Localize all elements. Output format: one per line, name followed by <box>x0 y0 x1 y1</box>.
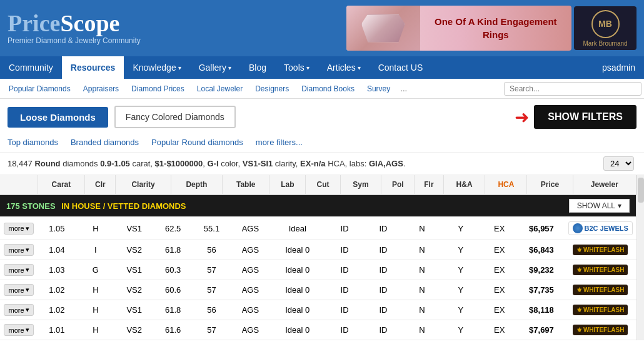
scrollbar[interactable] <box>636 175 644 340</box>
clr-cell: H <box>76 220 115 238</box>
wf-icon: ⚜ <box>576 306 582 313</box>
col-header-sym[interactable]: Sym <box>340 175 381 195</box>
more-cell: more ▾ <box>0 320 38 340</box>
col-header-clarity[interactable]: Clarity <box>116 175 171 195</box>
nav-blog[interactable]: Blog <box>240 56 275 79</box>
col-header-more <box>0 175 38 195</box>
cut-cell: Ideal 0 <box>269 321 325 339</box>
subnav-diamond-books[interactable]: Diamond Books <box>295 84 361 93</box>
search-input[interactable] <box>504 82 641 96</box>
nav-community[interactable]: Community <box>0 56 62 79</box>
flr-cell: N <box>403 321 441 339</box>
stones-info: 175 STONES IN HOUSE / VETTED DIAMONDS <box>6 201 186 211</box>
nav-user[interactable]: psadmin <box>593 56 644 79</box>
carat-cell: 1.04 <box>38 241 76 259</box>
loose-diamonds-button[interactable]: Loose Diamonds <box>8 107 108 128</box>
table-cell: 56 <box>193 301 231 319</box>
whiteflash-logo: ⚜ WHITEFLASH <box>573 285 628 295</box>
more-button[interactable]: more ▾ <box>4 223 33 235</box>
quick-links: Top diamonds Branded diamonds Popular Ro… <box>0 135 644 152</box>
carat-cell: 1.01 <box>38 321 76 339</box>
col-header-ha[interactable]: H&A <box>443 175 485 195</box>
nav-articles[interactable]: Articles ▾ <box>318 56 370 79</box>
col-header-table[interactable]: Table <box>223 175 269 195</box>
col-header-flr[interactable]: Flr <box>415 175 443 195</box>
more-button[interactable]: more ▾ <box>4 284 33 296</box>
table-cell: 57 <box>193 281 231 299</box>
fancy-colored-diamonds-button[interactable]: Fancy Colored Diamonds <box>114 106 236 128</box>
sponsor-logo: MB Mark Broumand <box>574 6 636 50</box>
branded-diamonds-link[interactable]: Branded diamonds <box>71 138 139 147</box>
stone-shape: Round <box>34 159 60 168</box>
top-diamonds-link[interactable]: Top diamonds <box>8 138 58 147</box>
carat-cell: 1.03 <box>38 261 76 279</box>
jeweler-cell: B2C JEWELS <box>564 217 636 240</box>
price-cell: $7,697 <box>519 321 565 339</box>
flr-cell: N <box>403 301 441 319</box>
col-header-jeweler[interactable]: Jeweler <box>573 175 636 195</box>
more-button[interactable]: more ▾ <box>4 264 33 276</box>
more-button[interactable]: more ▾ <box>4 324 33 336</box>
header: PriceScope Premier Diamond & Jewelry Com… <box>0 0 644 56</box>
col-header-carat[interactable]: Carat <box>38 175 85 195</box>
per-page-select[interactable]: 24 48 96 <box>603 156 634 171</box>
table-header-row: Carat Clr Clarity Depth Table Lab Cut Sy… <box>0 175 636 195</box>
banner: One Of A Kind Engagement Rings <box>346 6 571 51</box>
ha-cell: Y <box>441 220 480 238</box>
red-arrow-icon: ➜ <box>515 107 529 128</box>
subnav-survey[interactable]: Survey <box>361 84 396 93</box>
sym-cell: ID <box>325 261 364 279</box>
show-filters-button[interactable]: SHOW FILTERS <box>534 105 636 129</box>
more-button[interactable]: more ▾ <box>4 304 33 316</box>
nav-knowledge[interactable]: Knowledge ▾ <box>124 56 189 79</box>
subnav-diamond-prices[interactable]: Diamond Prices <box>125 84 191 93</box>
col-header-clr[interactable]: Clr <box>85 175 116 195</box>
col-header-hca[interactable]: HCA <box>485 175 527 195</box>
col-header-cut[interactable]: Cut <box>306 175 340 195</box>
hca-cell: EX <box>480 281 519 299</box>
flr-cell: N <box>403 241 441 259</box>
sym-cell: ID <box>325 301 364 319</box>
col-header-depth[interactable]: Depth <box>171 175 222 195</box>
per-page: 24 48 96 <box>603 156 636 171</box>
subnav-appraisers[interactable]: Appraisers <box>77 84 125 93</box>
clarity-cell: VS2 <box>115 241 154 259</box>
popular-round-link[interactable]: Popular Round diamonds <box>151 138 243 147</box>
more-button[interactable]: more ▾ <box>4 244 33 256</box>
lab-cell: AGS <box>231 220 269 238</box>
chevron-down-icon: ▾ <box>26 246 29 254</box>
diamond-shape <box>361 14 405 43</box>
b2c-logo: B2C JEWELS <box>568 221 633 235</box>
subnav-local-jeweler[interactable]: Local Jeweler <box>191 84 249 93</box>
table-cell: 55.1 <box>193 220 231 238</box>
pol-cell: ID <box>364 241 403 259</box>
depth-cell: 60.6 <box>154 281 193 299</box>
subnav-designers[interactable]: Designers <box>249 84 295 93</box>
nav-resources[interactable]: Resources <box>62 56 124 79</box>
col-header-pol[interactable]: Pol <box>381 175 415 195</box>
logo: PriceScope Premier Diamond & Jewelry Com… <box>8 11 141 45</box>
hca-cell: EX <box>480 241 519 259</box>
stone-count: 18,447 <box>8 159 33 168</box>
wf-icon: ⚜ <box>576 246 582 253</box>
sponsor-name: Mark Broumand <box>583 40 627 47</box>
col-header-price[interactable]: Price <box>527 175 573 195</box>
sponsor-initials: MB <box>591 10 620 38</box>
show-all-button[interactable]: SHOW ALL ▾ <box>569 199 630 213</box>
subnav-popular-diamonds[interactable]: Popular Diamonds <box>3 84 77 93</box>
nav-tools[interactable]: Tools ▾ <box>275 56 318 79</box>
more-filters-link[interactable]: more filters... <box>256 138 303 147</box>
nav-contact[interactable]: Contact US <box>370 56 432 79</box>
cut-cell: Ideal 0 <box>269 301 325 319</box>
table-row: more ▾ 1.04 I VS2 61.8 56 AGS Ideal 0 ID… <box>0 240 636 260</box>
stones-row: 175 STONES IN HOUSE / VETTED DIAMONDS SH… <box>0 195 636 217</box>
clarity-cell: VS2 <box>115 321 154 339</box>
search-area <box>504 82 641 96</box>
table-cell: 56 <box>193 241 231 259</box>
banner-image <box>346 6 420 51</box>
whiteflash-logo: ⚜ WHITEFLASH <box>573 325 628 335</box>
col-header-lab[interactable]: Lab <box>269 175 306 195</box>
nav-gallery[interactable]: Gallery ▾ <box>190 56 240 79</box>
depth-cell: 61.6 <box>154 321 193 339</box>
subnav-more[interactable]: ... <box>396 84 411 93</box>
